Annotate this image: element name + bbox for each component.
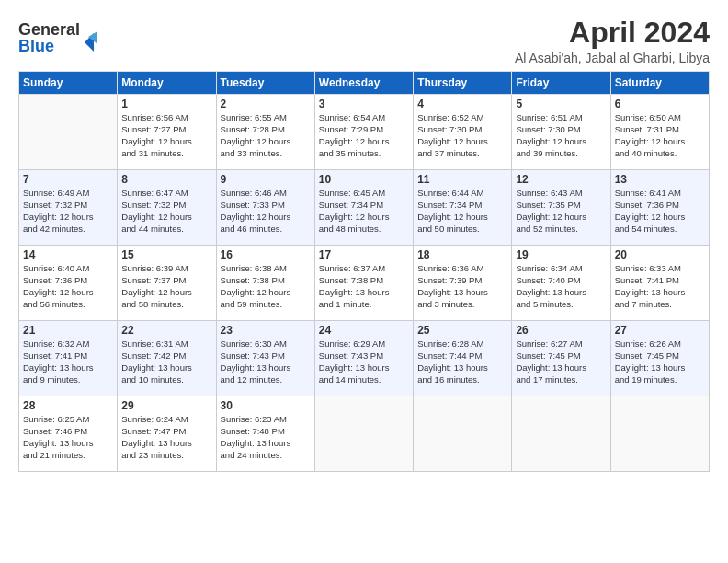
calendar-table: SundayMondayTuesdayWednesdayThursdayFrid… bbox=[18, 71, 710, 472]
calendar-cell: 21Sunrise: 6:32 AM Sunset: 7:41 PM Dayli… bbox=[19, 321, 118, 396]
col-header-monday: Monday bbox=[118, 72, 216, 95]
calendar-cell: 8Sunrise: 6:47 AM Sunset: 7:32 PM Daylig… bbox=[118, 170, 216, 246]
calendar-cell: 15Sunrise: 6:39 AM Sunset: 7:37 PM Dayli… bbox=[118, 246, 216, 321]
cell-info: Sunrise: 6:32 AM Sunset: 7:41 PM Dayligh… bbox=[23, 339, 113, 385]
calendar-cell bbox=[610, 396, 709, 472]
calendar-cell: 26Sunrise: 6:27 AM Sunset: 7:45 PM Dayli… bbox=[512, 321, 610, 396]
month-title: April 2024 bbox=[515, 17, 710, 49]
cell-info: Sunrise: 6:31 AM Sunset: 7:42 PM Dayligh… bbox=[121, 339, 211, 385]
calendar-cell: 1Sunrise: 6:56 AM Sunset: 7:27 PM Daylig… bbox=[118, 95, 216, 170]
calendar-cell: 4Sunrise: 6:52 AM Sunset: 7:30 PM Daylig… bbox=[414, 95, 512, 170]
title-block: April 2024 Al Asabi'ah, Jabal al Gharbi,… bbox=[515, 17, 710, 65]
cell-info: Sunrise: 6:52 AM Sunset: 7:30 PM Dayligh… bbox=[417, 112, 507, 159]
cell-info: Sunrise: 6:43 AM Sunset: 7:35 PM Dayligh… bbox=[516, 188, 606, 235]
cell-info: Sunrise: 6:45 AM Sunset: 7:34 PM Dayligh… bbox=[319, 188, 409, 235]
week-row-1: 1Sunrise: 6:56 AM Sunset: 7:27 PM Daylig… bbox=[19, 95, 710, 170]
col-header-friday: Friday bbox=[512, 72, 610, 95]
day-number: 21 bbox=[23, 324, 113, 337]
calendar-cell: 24Sunrise: 6:29 AM Sunset: 7:43 PM Dayli… bbox=[314, 321, 413, 396]
calendar-cell: 17Sunrise: 6:37 AM Sunset: 7:38 PM Dayli… bbox=[314, 246, 413, 321]
cell-info: Sunrise: 6:27 AM Sunset: 7:45 PM Dayligh… bbox=[516, 339, 606, 385]
col-header-wednesday: Wednesday bbox=[314, 72, 413, 95]
header-row: SundayMondayTuesdayWednesdayThursdayFrid… bbox=[19, 72, 710, 95]
day-number: 3 bbox=[319, 98, 409, 110]
week-row-3: 14Sunrise: 6:40 AM Sunset: 7:36 PM Dayli… bbox=[19, 246, 710, 321]
day-number: 28 bbox=[23, 399, 113, 412]
logo-icon: General Blue bbox=[18, 17, 101, 57]
cell-info: Sunrise: 6:28 AM Sunset: 7:44 PM Dayligh… bbox=[417, 339, 507, 385]
cell-info: Sunrise: 6:33 AM Sunset: 7:41 PM Dayligh… bbox=[615, 263, 705, 310]
calendar-cell: 11Sunrise: 6:44 AM Sunset: 7:34 PM Dayli… bbox=[414, 170, 512, 246]
cell-info: Sunrise: 6:41 AM Sunset: 7:36 PM Dayligh… bbox=[615, 188, 705, 235]
cell-info: Sunrise: 6:25 AM Sunset: 7:46 PM Dayligh… bbox=[23, 414, 113, 461]
cell-info: Sunrise: 6:49 AM Sunset: 7:32 PM Dayligh… bbox=[23, 188, 113, 235]
day-number: 22 bbox=[121, 324, 211, 337]
day-number: 20 bbox=[615, 248, 705, 261]
cell-info: Sunrise: 6:44 AM Sunset: 7:34 PM Dayligh… bbox=[417, 188, 507, 235]
cell-info: Sunrise: 6:50 AM Sunset: 7:31 PM Dayligh… bbox=[615, 112, 705, 159]
cell-info: Sunrise: 6:38 AM Sunset: 7:38 PM Dayligh… bbox=[221, 263, 311, 310]
cell-info: Sunrise: 6:55 AM Sunset: 7:28 PM Dayligh… bbox=[221, 112, 311, 159]
day-number: 15 bbox=[121, 248, 211, 261]
calendar-cell bbox=[512, 396, 610, 472]
day-number: 7 bbox=[23, 173, 113, 186]
page: General Blue April 2024 Al Asabi'ah, Jab… bbox=[0, 0, 728, 563]
calendar-cell: 19Sunrise: 6:34 AM Sunset: 7:40 PM Dayli… bbox=[512, 246, 610, 321]
col-header-thursday: Thursday bbox=[414, 72, 512, 95]
calendar-cell: 6Sunrise: 6:50 AM Sunset: 7:31 PM Daylig… bbox=[610, 95, 709, 170]
day-number: 24 bbox=[319, 324, 409, 337]
day-number: 14 bbox=[23, 248, 113, 261]
day-number: 10 bbox=[319, 173, 409, 186]
cell-info: Sunrise: 6:39 AM Sunset: 7:37 PM Dayligh… bbox=[121, 263, 211, 310]
day-number: 18 bbox=[417, 248, 507, 261]
cell-info: Sunrise: 6:24 AM Sunset: 7:47 PM Dayligh… bbox=[121, 414, 211, 461]
cell-info: Sunrise: 6:34 AM Sunset: 7:40 PM Dayligh… bbox=[516, 263, 606, 310]
calendar-cell: 10Sunrise: 6:45 AM Sunset: 7:34 PM Dayli… bbox=[314, 170, 413, 246]
calendar-cell: 12Sunrise: 6:43 AM Sunset: 7:35 PM Dayli… bbox=[512, 170, 610, 246]
calendar-cell: 28Sunrise: 6:25 AM Sunset: 7:46 PM Dayli… bbox=[19, 396, 118, 472]
day-number: 1 bbox=[121, 98, 211, 110]
day-number: 13 bbox=[615, 173, 705, 186]
calendar-cell: 16Sunrise: 6:38 AM Sunset: 7:38 PM Dayli… bbox=[216, 246, 314, 321]
cell-info: Sunrise: 6:36 AM Sunset: 7:39 PM Dayligh… bbox=[417, 263, 507, 310]
cell-info: Sunrise: 6:23 AM Sunset: 7:48 PM Dayligh… bbox=[221, 414, 311, 461]
calendar-cell: 3Sunrise: 6:54 AM Sunset: 7:29 PM Daylig… bbox=[314, 95, 413, 170]
day-number: 12 bbox=[516, 173, 606, 186]
day-number: 16 bbox=[221, 248, 311, 261]
svg-text:Blue: Blue bbox=[18, 37, 54, 55]
calendar-cell: 30Sunrise: 6:23 AM Sunset: 7:48 PM Dayli… bbox=[216, 396, 314, 472]
cell-info: Sunrise: 6:40 AM Sunset: 7:36 PM Dayligh… bbox=[23, 263, 113, 310]
day-number: 27 bbox=[615, 324, 705, 337]
calendar-cell: 9Sunrise: 6:46 AM Sunset: 7:33 PM Daylig… bbox=[216, 170, 314, 246]
calendar-cell: 18Sunrise: 6:36 AM Sunset: 7:39 PM Dayli… bbox=[414, 246, 512, 321]
calendar-cell: 14Sunrise: 6:40 AM Sunset: 7:36 PM Dayli… bbox=[19, 246, 118, 321]
calendar-cell: 22Sunrise: 6:31 AM Sunset: 7:42 PM Dayli… bbox=[118, 321, 216, 396]
day-number: 19 bbox=[516, 248, 606, 261]
week-row-2: 7Sunrise: 6:49 AM Sunset: 7:32 PM Daylig… bbox=[19, 170, 710, 246]
calendar-cell bbox=[19, 95, 118, 170]
day-number: 8 bbox=[121, 173, 211, 186]
svg-text:General: General bbox=[18, 20, 80, 39]
location: Al Asabi'ah, Jabal al Gharbi, Libya bbox=[515, 51, 710, 65]
calendar-cell bbox=[314, 396, 413, 472]
cell-info: Sunrise: 6:56 AM Sunset: 7:27 PM Dayligh… bbox=[121, 112, 211, 159]
day-number: 2 bbox=[221, 98, 311, 110]
day-number: 9 bbox=[221, 173, 311, 186]
cell-info: Sunrise: 6:46 AM Sunset: 7:33 PM Dayligh… bbox=[221, 188, 311, 235]
cell-info: Sunrise: 6:30 AM Sunset: 7:43 PM Dayligh… bbox=[221, 339, 311, 385]
calendar-cell bbox=[414, 396, 512, 472]
header: General Blue April 2024 Al Asabi'ah, Jab… bbox=[18, 17, 710, 65]
calendar-cell: 2Sunrise: 6:55 AM Sunset: 7:28 PM Daylig… bbox=[216, 95, 314, 170]
cell-info: Sunrise: 6:51 AM Sunset: 7:30 PM Dayligh… bbox=[516, 112, 606, 159]
calendar-cell: 5Sunrise: 6:51 AM Sunset: 7:30 PM Daylig… bbox=[512, 95, 610, 170]
calendar-cell: 7Sunrise: 6:49 AM Sunset: 7:32 PM Daylig… bbox=[19, 170, 118, 246]
cell-info: Sunrise: 6:54 AM Sunset: 7:29 PM Dayligh… bbox=[319, 112, 409, 159]
calendar-cell: 27Sunrise: 6:26 AM Sunset: 7:45 PM Dayli… bbox=[610, 321, 709, 396]
cell-info: Sunrise: 6:37 AM Sunset: 7:38 PM Dayligh… bbox=[319, 263, 409, 310]
logo: General Blue bbox=[18, 17, 101, 61]
cell-info: Sunrise: 6:26 AM Sunset: 7:45 PM Dayligh… bbox=[615, 339, 705, 385]
day-number: 29 bbox=[121, 399, 211, 412]
day-number: 23 bbox=[221, 324, 311, 337]
calendar-cell: 13Sunrise: 6:41 AM Sunset: 7:36 PM Dayli… bbox=[610, 170, 709, 246]
day-number: 4 bbox=[417, 98, 507, 110]
